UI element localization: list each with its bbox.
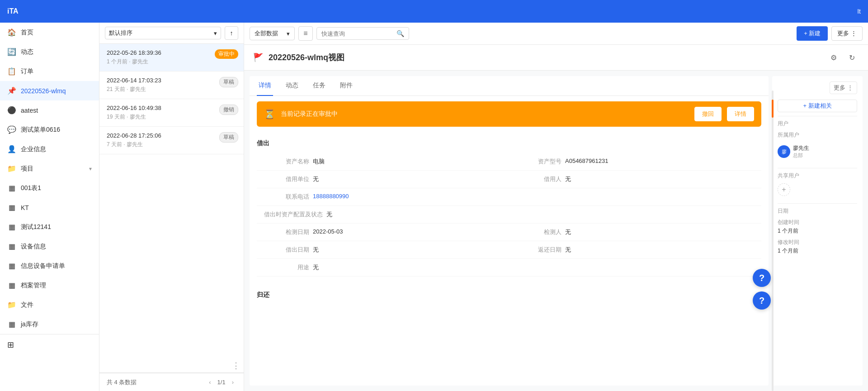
- list-item[interactable]: 2022-06-28 17:25:06 7 天前 · 廖先生 草稿: [99, 127, 244, 154]
- field-borrower: 借用人 无: [509, 171, 761, 188]
- grid-icon[interactable]: ⊞: [7, 340, 14, 349]
- field-checker: 检测人 无: [509, 224, 761, 241]
- sidebar-item-project[interactable]: 📁 项目 ▾: [0, 159, 99, 178]
- data-filter-select[interactable]: 全部数据 ▾: [250, 27, 295, 40]
- sidebar-item-infoapp[interactable]: ▦ 信息设备申请单: [0, 256, 99, 276]
- field-value-borrow-date: 无: [313, 246, 319, 254]
- add-shared-user-button[interactable]: +: [778, 183, 790, 196]
- list-item-date: 2022-06-14 17:03:23: [107, 77, 236, 84]
- wlmq-icon: 📌: [7, 86, 16, 95]
- list-item-date: 2022-06-16 10:49:38: [107, 105, 236, 111]
- approval-detail-button[interactable]: 详情: [727, 107, 754, 121]
- total-label: 共 4 条数据: [107, 378, 137, 386]
- field-value-phone[interactable]: 18888880990: [313, 193, 349, 200]
- main-layout: 🏠 首页 🔄 动态 📋 订单 📌 20220526-wlmq ⚫ aatest …: [0, 23, 868, 391]
- field-label-purpose: 用途: [264, 263, 309, 272]
- sidebar-label-test12141: 测试12141: [21, 223, 92, 231]
- sidebar-more-button[interactable]: 更多 ⋮: [830, 81, 857, 94]
- new-record-button[interactable]: + 新建: [797, 26, 828, 41]
- sidebar-item-aatest[interactable]: ⚫ aatest: [0, 100, 99, 120]
- sidebar-label-kt: KT: [21, 204, 92, 211]
- right-sidebar-actions: 更多 ⋮: [778, 81, 857, 94]
- list-item-meta: 7 天前 · 廖先生: [107, 141, 236, 148]
- field-label-borrower: 借用人: [516, 175, 561, 183]
- sidebar-item-table001[interactable]: ▦ 001表1: [0, 178, 99, 198]
- help-button-1[interactable]: ?: [753, 269, 771, 287]
- field-label-asset-status: 借出时资产配置及状态: [264, 210, 323, 219]
- sidebar-item-test12141[interactable]: ▦ 测试12141: [0, 217, 99, 237]
- settings-button[interactable]: ⚙: [826, 50, 841, 65]
- approval-text: 当前记录正在审批中: [281, 110, 689, 118]
- sidebar-item-company[interactable]: 👤 企业信息: [0, 139, 99, 159]
- help-button-2[interactable]: ?: [753, 291, 771, 310]
- home-icon: 🏠: [7, 28, 16, 37]
- sidebar: 🏠 首页 🔄 动态 📋 订单 📌 20220526-wlmq ⚫ aatest …: [0, 23, 99, 391]
- borrow-section: 借出 资产名称 电脑 资产型号 A054687961231 借用单位 无: [250, 132, 769, 284]
- list-more-dots[interactable]: ⋮: [232, 361, 240, 371]
- sidebar-item-device[interactable]: ▦ 设备信息: [0, 237, 99, 256]
- sidebar-label-company: 企业信息: [21, 145, 92, 153]
- tab-activity[interactable]: 动态: [284, 76, 300, 96]
- detail-title: 20220526-wlmq视图: [269, 52, 821, 63]
- modified-label: 修改时间: [778, 238, 857, 246]
- shared-user-section: 共享用户 +: [778, 172, 857, 196]
- table001-icon: ▦: [7, 184, 16, 192]
- sidebar-label-archive: 档案管理: [21, 281, 92, 290]
- list-filter-bar: 默认排序 ▾ ↑: [99, 23, 244, 44]
- filter-icon-button[interactable]: ≡: [298, 26, 313, 41]
- list-items: 2022-05-26 18:39:36 1 个月前 · 廖先生 审批中 2022…: [99, 44, 244, 359]
- sidebar-item-file[interactable]: 📁 文件: [0, 295, 99, 315]
- prev-page-button[interactable]: ‹: [206, 378, 213, 386]
- field-value-asset-name: 电脑: [313, 157, 325, 166]
- test12141-icon: ▦: [7, 223, 16, 231]
- tab-task[interactable]: 任务: [311, 76, 327, 96]
- company-icon: 👤: [7, 145, 16, 153]
- tab-attachment[interactable]: 附件: [338, 76, 354, 96]
- sort-order-button[interactable]: ↑: [225, 26, 238, 40]
- more-actions-button[interactable]: 更多 ⋮: [831, 26, 863, 41]
- search-input[interactable]: [321, 30, 394, 37]
- sidebar-item-storage[interactable]: ▦ ja库存: [0, 315, 99, 334]
- recall-button[interactable]: 撤回: [694, 107, 722, 121]
- sidebar-item-test0616[interactable]: 💬 测试菜单0616: [0, 120, 99, 139]
- list-item[interactable]: 2022-05-26 18:39:36 1 个月前 · 廖先生 审批中: [99, 44, 244, 72]
- new-related-button[interactable]: + 新建相关: [778, 100, 857, 112]
- search-icon: 🔍: [396, 30, 404, 37]
- shared-label: 共享用户: [778, 172, 857, 180]
- field-label-asset-name: 资产名称: [264, 157, 309, 166]
- sidebar-item-wlmq[interactable]: 📌 20220526-wlmq: [0, 81, 99, 100]
- kt-icon: ▦: [7, 203, 16, 212]
- owner-name: 廖先生: [793, 144, 809, 152]
- brand-title: iTA: [7, 7, 19, 15]
- field-return-date: 返还日期 无: [509, 241, 761, 259]
- sidebar-item-kt[interactable]: ▦ KT: [0, 198, 99, 217]
- middle-panel: 默认排序 ▾ ↑ 2022-05-26 18:39:36 1 个月前 · 廖先生…: [99, 23, 244, 391]
- scrollbar-track: [772, 91, 774, 391]
- next-page-button[interactable]: ›: [229, 378, 236, 386]
- approval-hourglass-icon: ⏳: [264, 109, 275, 119]
- detail-tabs: 详情 动态 任务 附件: [250, 76, 769, 96]
- project-icon: 📁: [7, 164, 16, 173]
- sidebar-label-aatest: aatest: [21, 107, 92, 114]
- header-actions: ⚙ ↻: [826, 50, 859, 65]
- refresh-button[interactable]: ↻: [844, 50, 859, 65]
- device-icon: ▦: [7, 242, 16, 251]
- sidebar-item-home[interactable]: 🏠 首页: [0, 23, 99, 42]
- list-item-meta: 19 天前 · 廖先生: [107, 113, 236, 121]
- created-label: 创建时间: [778, 219, 857, 226]
- sidebar-item-archive[interactable]: ▦ 档案管理: [0, 276, 99, 295]
- sidebar-item-order[interactable]: 📋 订单: [0, 62, 99, 81]
- owner-sub: 总部: [793, 152, 809, 159]
- tab-detail[interactable]: 详情: [257, 76, 273, 96]
- list-footer: 共 4 条数据 ‹ 1/1 ›: [99, 373, 244, 391]
- sidebar-item-activity[interactable]: 🔄 动态: [0, 42, 99, 62]
- return-section-title: 归还: [257, 291, 761, 299]
- filter-label: 全部数据: [255, 29, 278, 38]
- list-item[interactable]: 2022-06-16 10:49:38 19 天前 · 廖先生 撤销: [99, 99, 244, 127]
- sort-select[interactable]: 默认排序 ▾: [105, 27, 221, 39]
- list-item[interactable]: 2022-06-14 17:03:23 21 天前 · 廖先生 草稿: [99, 72, 244, 99]
- field-label-return-date: 返还日期: [516, 246, 561, 254]
- order-icon: 📋: [7, 67, 16, 76]
- page-indicator: 1/1: [217, 379, 226, 386]
- field-value-asset-status: 无: [326, 210, 332, 219]
